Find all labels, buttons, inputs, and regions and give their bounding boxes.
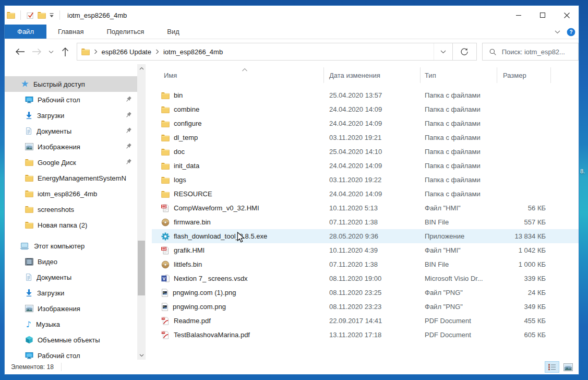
forward-button[interactable] (29, 48, 45, 55)
recent-locations-chevron-icon[interactable] (45, 50, 57, 54)
sidebar-item-pc-desktop[interactable]: Рабочий стол (5, 348, 137, 360)
file-row-init-data[interactable]: init_data24.04.2020 14:09Папка с файлами (152, 159, 579, 173)
sidebar-item-label: Документы (37, 127, 71, 135)
title-bar: iotm_esp8266_4mb (5, 6, 579, 25)
sidebar-item-pc-video[interactable]: Видео (5, 254, 137, 269)
sidebar-scrollbar[interactable] (137, 64, 146, 360)
svg-text:V: V (163, 276, 166, 281)
file-name-cell: doc (152, 148, 324, 156)
file-date-modified: 10.11.2020 5:13 (324, 204, 421, 212)
sidebar-item-energy-management[interactable]: EnergyManagementSystemN (5, 170, 137, 186)
document-icon (25, 273, 32, 281)
file-date-modified: 03.11.2020 19:21 (324, 134, 421, 141)
file-row-combine[interactable]: combine24.04.2020 14:09Папка с файлами (152, 102, 579, 116)
details-view-button[interactable] (545, 361, 559, 373)
sidebar-item-pictures[interactable]: Изображения (5, 139, 137, 155)
sidebar-item-documents[interactable]: Документы (5, 123, 137, 139)
sidebar-item-pc-downloads[interactable]: Загрузки (5, 285, 137, 301)
ribbon-collapse-chevron-icon[interactable] (555, 30, 560, 34)
tab-home[interactable]: Главная (46, 25, 95, 39)
sidebar-item-pc-documents[interactable]: Документы (5, 269, 137, 285)
sidebar-section-this-pc[interactable]: Этот компьютер (5, 238, 137, 254)
close-button[interactable] (555, 6, 579, 25)
sidebar-section-gap (5, 233, 137, 238)
file-date-modified: 24.04.2020 14:09 (324, 190, 421, 198)
column-header-date-modified[interactable]: Дата изменения (324, 67, 421, 83)
sidebar-item-downloads[interactable]: Загрузки (5, 108, 137, 123)
file-row-pngwing[interactable]: pngwing.com.png08.11.2020 23:23Файл "PNG… (152, 300, 579, 314)
file-name: pngwing.com (1).png (173, 289, 236, 296)
file-row-configure[interactable]: configure24.04.2020 14:09Папка с файлами (152, 116, 579, 130)
file-row-pngwing-1[interactable]: pngwing.com (1).png08.11.2020 23:25Файл … (152, 286, 579, 300)
sidebar-item-desktop[interactable]: Рабочий стол (5, 92, 137, 108)
file-row-firmware-bin[interactable]: firmware.bin07.11.2020 1:38BIN File557 К… (152, 215, 579, 229)
file-row-grafik-hmi[interactable]: HMIgrafik.HMI10.11.2020 4:39Файл "HMI"1 … (152, 243, 579, 257)
qat-customize-dropdown-icon[interactable] (49, 13, 54, 18)
sidebar-item-iotm-esp8266-4mb[interactable]: iotm_esp8266_4mb (5, 186, 137, 201)
file-row-nextion-vsdx[interactable]: VNextion 7_ screens.vsdx08.11.2020 19:00… (152, 271, 579, 286)
file-date-modified: 24.04.2020 14:09 (324, 120, 421, 127)
pin-icon (125, 158, 132, 165)
file-row-dl-temp[interactable]: dl_temp03.11.2020 19:21Папка с файлами (152, 130, 579, 145)
scrollbar-down-arrow-icon[interactable] (137, 351, 146, 360)
address-dropdown-chevron-icon[interactable] (434, 43, 452, 60)
file-row-littlefs-bin[interactable]: littlefs.bin07.11.2020 1:38BIN File1 000… (152, 257, 579, 271)
file-row-testbalashova-pdf[interactable]: PDFTestBalashovaMarina.pdf13.11.2020 17:… (152, 328, 579, 342)
sidebar-item-screenshots[interactable]: screenshots (5, 201, 137, 217)
sidebar-item-pc-music[interactable]: ♪Музыка (5, 316, 137, 332)
column-header-type[interactable]: Тип (421, 67, 497, 83)
file-type: Файл "PNG" (421, 289, 497, 296)
new-folder-icon[interactable] (38, 11, 46, 19)
address-bar[interactable]: esp8266 Update iotm_esp8266_4mb (77, 43, 477, 61)
tab-file[interactable]: Файл (5, 25, 46, 39)
search-input[interactable]: Поиск: iotm_esp82... (482, 43, 579, 61)
refresh-button[interactable] (452, 43, 476, 60)
up-button[interactable] (57, 47, 74, 57)
folder-icon (25, 159, 33, 166)
file-row-resource[interactable]: RESOURCE24.04.2020 14:09Папка с файлами (152, 187, 579, 201)
scrollbar-thumb[interactable] (138, 241, 145, 295)
navigation-bar: esp8266 Update iotm_esp8266_4mb Поиск: i… (5, 39, 579, 64)
video-icon (25, 258, 33, 266)
breadcrumb-segment[interactable]: esp8266 Update (102, 48, 151, 56)
column-header-size[interactable]: Размер (497, 67, 551, 83)
document-icon (25, 127, 32, 135)
tab-share[interactable]: Поделиться (95, 25, 155, 39)
maximize-button[interactable] (531, 6, 555, 25)
sidebar-item-google-drive[interactable]: Google Диск (5, 155, 137, 170)
items-count: Элементов: 18 (11, 363, 54, 371)
file-name: firmware.bin (174, 218, 211, 226)
tab-view[interactable]: Вид (155, 25, 191, 39)
hmi-icon: HMI (161, 246, 170, 255)
file-type: Приложение (421, 232, 497, 240)
sidebar-item-pc-3d-objects[interactable]: Объемные объекты (5, 332, 137, 348)
folder-icon (25, 206, 33, 213)
breadcrumb-segment[interactable]: iotm_esp8266_4mb (163, 48, 223, 56)
back-button[interactable] (12, 48, 29, 55)
breadcrumb-chevron-icon[interactable] (155, 49, 159, 54)
file-row-compwaveform-hmi[interactable]: HMICompWaveform_v0_32.HMI10.11.2020 5:13… (152, 201, 579, 215)
file-date-modified: 13.11.2020 17:18 (324, 331, 421, 339)
qat-separator (20, 10, 21, 20)
help-icon[interactable]: ? (567, 28, 575, 37)
file-row-logs[interactable]: logs03.11.2020 19:22Папка с файлами (152, 173, 579, 187)
file-name-cell: PDFTestBalashovaMarina.pdf (152, 331, 324, 339)
file-size: 339 КБ (497, 275, 551, 282)
sidebar-item-new-folder-2[interactable]: Новая папка (2) (5, 217, 137, 233)
folder-icon (161, 148, 170, 156)
folder-icon (161, 162, 170, 170)
file-row-flash-download-tool[interactable]: flash_download_tool_3.8.5.exe28.05.2020 … (152, 229, 579, 243)
column-header-name[interactable]: Имя (152, 67, 324, 83)
breadcrumb-chevron-icon[interactable] (94, 49, 98, 54)
file-name: init_data (174, 162, 199, 170)
file-row-bin[interactable]: bin25.04.2020 13:57Папка с файлами (152, 88, 579, 102)
desktop-icon (25, 96, 33, 104)
large-icons-view-button[interactable] (561, 361, 575, 373)
minimize-button[interactable] (507, 6, 531, 25)
file-row-doc[interactable]: doc25.04.2020 14:10Папка с файлами (152, 145, 579, 159)
sidebar-section-quick-access[interactable]: Быстрый доступ (5, 76, 137, 92)
file-row-readme-pdf[interactable]: PDFReadme.pdf22.09.2017 14:41PDF Documen… (152, 314, 579, 328)
properties-checkbox-icon[interactable] (26, 11, 34, 19)
scrollbar-up-arrow-icon[interactable] (137, 64, 146, 73)
sidebar-item-pc-pictures[interactable]: Изображения (5, 301, 137, 316)
